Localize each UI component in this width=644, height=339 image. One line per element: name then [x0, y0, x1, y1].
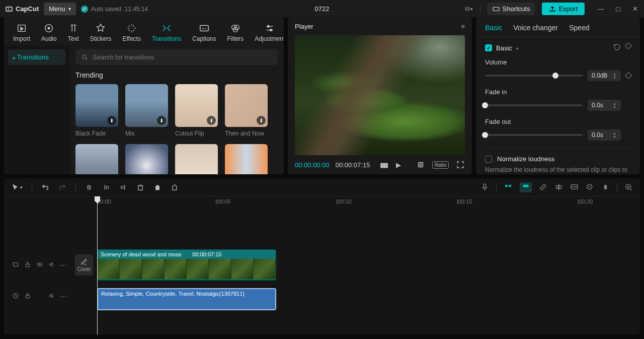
- zoom-icon[interactable]: [416, 160, 425, 169]
- maximize-icon[interactable]: ◻: [614, 5, 622, 13]
- shortcuts-button[interactable]: Shortcuts: [488, 3, 535, 15]
- svg-point-17: [268, 26, 270, 28]
- stepper-icon[interactable]: ▲▼: [613, 70, 620, 81]
- total-time: 00:00:07:15: [336, 161, 370, 169]
- timeline-ruler[interactable]: 00:00 |00:05 |00:10 |00:15 |00:20: [72, 196, 640, 209]
- normalize-checkbox[interactable]: [485, 156, 492, 163]
- keyframe-icon[interactable]: [625, 42, 632, 49]
- svg-rect-40: [523, 185, 524, 186]
- layout-icon[interactable]: ▾: [465, 5, 473, 13]
- tab-filters[interactable]: Filters: [223, 20, 248, 45]
- trim-left-tool[interactable]: [102, 183, 110, 191]
- track-lock-icon[interactable]: [24, 292, 31, 301]
- track-screen-icon[interactable]: [12, 261, 19, 269]
- align-icon[interactable]: [554, 183, 563, 191]
- svg-rect-58: [26, 295, 30, 298]
- search-icon: [82, 54, 89, 61]
- track-more-icon[interactable]: ⋯: [60, 261, 67, 269]
- marker-in-tool[interactable]: [153, 183, 162, 191]
- close-icon[interactable]: ✕: [631, 5, 639, 13]
- basic-section-title: Basic: [496, 44, 512, 52]
- track-more-icon[interactable]: ⋯: [60, 293, 67, 300]
- basic-checkbox[interactable]: [485, 44, 492, 51]
- keyframe-icon[interactable]: [625, 72, 632, 79]
- reset-icon[interactable]: [613, 43, 621, 52]
- cover-button[interactable]: Cover: [75, 254, 93, 276]
- transition-item[interactable]: ⬇: [175, 144, 218, 174]
- fadeout-slider[interactable]: [485, 134, 583, 136]
- inspector-tab-speed[interactable]: Speed: [569, 24, 589, 32]
- download-icon[interactable]: ⬇: [207, 116, 216, 125]
- project-title[interactable]: 0722: [315, 5, 330, 13]
- svg-rect-36: [505, 184, 507, 187]
- search-input[interactable]: Search for transitions: [75, 49, 278, 65]
- pointer-tool[interactable]: ▾: [11, 183, 23, 191]
- volume-label: Volume: [485, 58, 631, 66]
- svg-rect-41: [528, 185, 529, 186]
- download-icon[interactable]: ⬇: [257, 116, 266, 125]
- section-title: Trending: [75, 71, 278, 79]
- minimize-icon[interactable]: —: [597, 5, 605, 13]
- redo-button[interactable]: [58, 183, 66, 191]
- inspector-tab-basic[interactable]: Basic: [485, 24, 502, 32]
- inspector-tab-voice[interactable]: Voice changer: [513, 24, 558, 32]
- track-mute-icon[interactable]: [48, 292, 55, 301]
- svg-line-52: [630, 188, 632, 190]
- marker-out-tool[interactable]: [171, 183, 179, 191]
- menu-button[interactable]: Menu: [44, 3, 76, 15]
- transition-item[interactable]: ⬇Black Fade: [75, 84, 118, 137]
- transition-item[interactable]: ⬇Cutout Flip: [175, 84, 218, 137]
- svg-line-20: [86, 58, 88, 59]
- volume-slider[interactable]: [485, 75, 583, 77]
- tab-import[interactable]: Import: [9, 20, 34, 45]
- snap-icon[interactable]: [504, 184, 513, 191]
- svg-rect-21: [418, 163, 423, 167]
- tab-stickers[interactable]: Stickers: [86, 20, 116, 45]
- fullscreen-icon[interactable]: [456, 160, 465, 169]
- audio-clip[interactable]: Relaxing, Simple, Countryside, Travel, N…: [97, 288, 276, 310]
- ratio-button[interactable]: Ratio: [432, 161, 449, 169]
- transition-item[interactable]: ⬇: [225, 144, 268, 174]
- video-clip[interactable]: Scenery of dead wood and moss 00:00:07:1…: [97, 249, 276, 281]
- player-menu-icon[interactable]: ≡: [461, 23, 465, 30]
- player-viewport[interactable]: [295, 35, 465, 155]
- delete-tool[interactable]: [136, 183, 144, 191]
- zoom-out-icon[interactable]: [586, 183, 594, 191]
- mic-icon[interactable]: [480, 183, 489, 191]
- svg-rect-9: [200, 26, 209, 31]
- preview-icon[interactable]: [570, 183, 579, 191]
- stepper-icon[interactable]: ▲▼: [613, 100, 620, 111]
- download-icon[interactable]: ⬇: [107, 116, 116, 125]
- tab-captions[interactable]: Captions: [188, 20, 220, 45]
- transition-item[interactable]: ⬇: [125, 144, 168, 174]
- app-logo: CapCut: [5, 5, 39, 13]
- playhead[interactable]: [97, 196, 98, 334]
- compare-icon[interactable]: ▮▮▮: [379, 160, 388, 169]
- tab-audio[interactable]: Audio: [37, 20, 61, 45]
- tab-adjustment[interactable]: Adjustment: [251, 20, 284, 45]
- collapse-icon[interactable]: [601, 183, 610, 191]
- split-tool[interactable]: [85, 183, 93, 191]
- track-clock-icon[interactable]: [12, 292, 19, 301]
- tab-transitions[interactable]: Transitions: [148, 20, 185, 45]
- download-icon[interactable]: ⬇: [157, 116, 166, 125]
- track-mute-icon[interactable]: [48, 261, 55, 269]
- zoom-in-icon[interactable]: [624, 183, 633, 191]
- track-eye-icon[interactable]: [36, 261, 43, 269]
- fadein-slider[interactable]: [485, 104, 583, 106]
- undo-button[interactable]: [41, 183, 49, 191]
- tab-effects[interactable]: Effects: [118, 20, 144, 45]
- transition-item[interactable]: ⬇Mix: [125, 84, 168, 137]
- tab-text[interactable]: Text: [64, 20, 83, 45]
- play-icon[interactable]: ▶: [394, 160, 403, 169]
- stepper-icon[interactable]: ▲▼: [613, 129, 620, 141]
- trim-right-tool[interactable]: [119, 183, 127, 191]
- export-button[interactable]: Export: [542, 3, 585, 15]
- sidebar-item-transitions[interactable]: Transitions: [8, 49, 65, 65]
- link-icon[interactable]: [539, 183, 547, 191]
- track-lock-icon[interactable]: [24, 261, 31, 269]
- transition-item[interactable]: ⬇Then and Now: [225, 84, 268, 137]
- magnet-icon[interactable]: [520, 182, 532, 192]
- svg-rect-32: [138, 185, 142, 190]
- transition-item[interactable]: ⬇: [75, 144, 118, 174]
